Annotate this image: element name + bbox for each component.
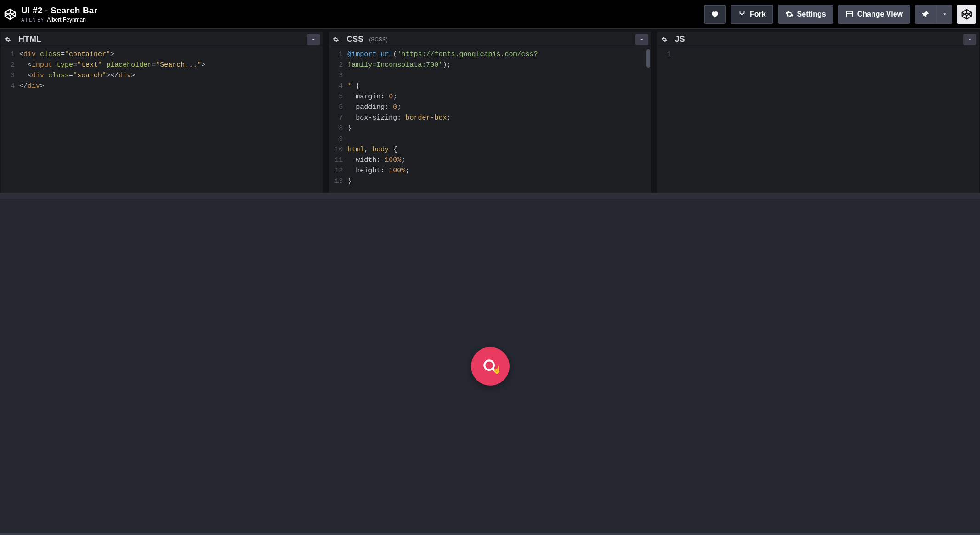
editor-html[interactable]: 1234 <div class="container"> <input type…: [1, 47, 323, 193]
search-icon: [482, 358, 499, 375]
app-header: UI #2 - Search Bar A PEN BY Albert Feynm…: [0, 0, 980, 29]
chevron-down-icon: [311, 37, 316, 42]
profile-button[interactable]: [957, 5, 976, 24]
panel-css-title: CSS: [346, 34, 363, 44]
codepen-logo-icon: [961, 8, 973, 20]
gear-icon: [333, 36, 339, 43]
change-view-label: Change View: [857, 10, 903, 18]
pen-title[interactable]: UI #2 - Search Bar: [21, 6, 97, 16]
panel-css: CSS (SCSS) 12345678910111213 @import url…: [329, 32, 651, 193]
gutter-html: 1234: [1, 47, 19, 193]
gear-icon: [661, 36, 668, 43]
panel-css-subtitle: (SCSS): [369, 36, 388, 43]
pin-button-group: [915, 5, 952, 24]
fork-label: Fork: [750, 10, 766, 18]
resize-handle[interactable]: [320, 32, 326, 193]
pin-dropdown[interactable]: [937, 5, 952, 24]
gutter-css: 12345678910111213: [329, 47, 347, 193]
settings-label: Settings: [797, 10, 826, 18]
code-js[interactable]: [676, 47, 979, 193]
code-html[interactable]: <div class="container"> <input type="tex…: [19, 47, 323, 193]
heart-icon: [710, 10, 719, 19]
fork-button[interactable]: Fork: [731, 5, 773, 24]
preview-pane[interactable]: ☝️: [0, 199, 980, 533]
panel-css-menu[interactable]: [635, 34, 648, 45]
panel-js-menu[interactable]: [963, 34, 976, 45]
panel-css-settings[interactable]: [329, 33, 343, 46]
fork-icon: [738, 10, 746, 18]
settings-button[interactable]: Settings: [778, 5, 833, 24]
svg-line-9: [493, 369, 497, 373]
bottom-bar: [0, 533, 980, 535]
panel-html-settings[interactable]: [1, 33, 15, 46]
gear-icon: [785, 10, 793, 18]
panel-css-head: CSS (SCSS): [329, 32, 651, 47]
pen-byline: A PEN BY Albert Feynman: [21, 17, 97, 23]
chevron-down-icon: [639, 37, 645, 42]
panel-js-title: JS: [675, 34, 685, 44]
byline-label: A PEN BY: [21, 17, 44, 23]
editor-css[interactable]: 12345678910111213 @import url('https://f…: [329, 47, 651, 193]
pin-icon: [922, 10, 930, 18]
pin-button[interactable]: [915, 5, 937, 24]
panel-js-settings[interactable]: [657, 33, 671, 46]
svg-rect-3: [846, 11, 853, 17]
panel-html-menu[interactable]: [307, 34, 320, 45]
change-view-button[interactable]: Change View: [838, 5, 910, 24]
gear-icon: [5, 36, 11, 43]
resize-handle[interactable]: [648, 32, 655, 193]
panel-html-title: HTML: [18, 34, 41, 44]
panel-html-head: HTML: [1, 32, 323, 47]
chevron-down-icon: [967, 37, 973, 42]
code-css[interactable]: @import url('https://fonts.googleapis.co…: [347, 47, 651, 193]
editors-row: HTML 1234 <div class="container"> <input…: [0, 29, 980, 199]
editor-js[interactable]: 1: [657, 47, 979, 193]
pen-titles: UI #2 - Search Bar A PEN BY Albert Feynm…: [21, 6, 97, 23]
gutter-js: 1: [657, 47, 676, 193]
panel-js-head: JS: [657, 32, 979, 47]
panel-js: JS 1: [657, 32, 979, 193]
layout-icon: [845, 10, 854, 18]
panel-html: HTML 1234 <div class="container"> <input…: [1, 32, 323, 193]
codepen-logo[interactable]: [0, 0, 20, 29]
chevron-down-icon: [942, 11, 947, 17]
pen-author[interactable]: Albert Feynman: [47, 17, 86, 23]
search-button[interactable]: ☝️: [471, 347, 510, 386]
heart-button[interactable]: [704, 5, 726, 24]
